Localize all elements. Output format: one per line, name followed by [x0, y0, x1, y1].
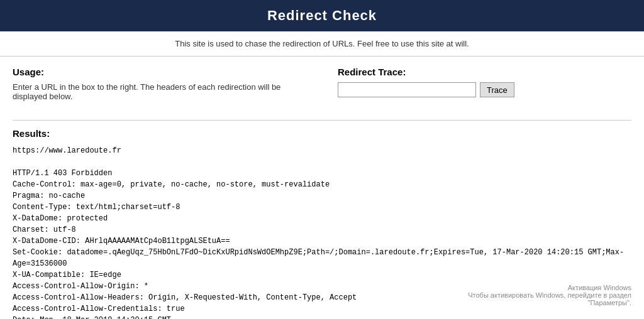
page-header: Redirect Check — [0, 0, 644, 31]
usage-description: Enter a URL in the box to the right. The… — [13, 82, 306, 101]
main-content: Usage: Enter a URL in the box to the rig… — [0, 57, 644, 319]
top-section: Usage: Enter a URL in the box to the rig… — [13, 67, 631, 107]
usage-heading: Usage: — [13, 67, 306, 77]
trace-url-input[interactable] — [338, 82, 476, 97]
redirect-trace-section: Redirect Trace: Trace — [331, 67, 631, 101]
trace-button[interactable]: Trace — [480, 82, 514, 97]
windows-watermark-line2: Чтобы активировать Windows, перейдите в … — [468, 291, 631, 299]
windows-watermark-line1: Активация Windows — [468, 284, 631, 291]
page-title: Redirect Check — [13, 8, 631, 24]
subtitle-bar: This site is used to chase the redirecti… — [0, 31, 644, 57]
usage-section: Usage: Enter a URL in the box to the rig… — [13, 67, 331, 101]
results-heading: Results: — [13, 128, 631, 139]
trace-input-row: Trace — [338, 82, 631, 97]
windows-watermark-line3: "Параметры". — [468, 299, 631, 306]
windows-watermark: Активация Windows Чтобы активировать Win… — [468, 284, 631, 306]
redirect-trace-heading: Redirect Trace: — [338, 67, 631, 77]
subtitle-text: This site is used to chase the redirecti… — [175, 39, 469, 48]
